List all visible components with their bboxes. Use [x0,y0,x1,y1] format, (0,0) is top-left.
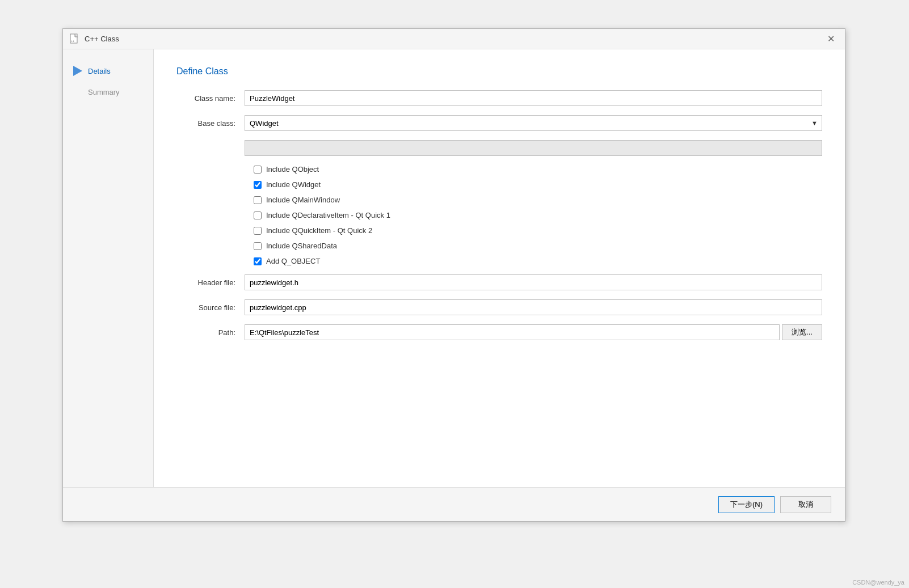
sidebar: Details Summary [63,49,154,487]
include-qdeclarativeitem-checkbox[interactable] [254,211,262,219]
sidebar-details-label: Details [88,67,111,75]
close-button[interactable]: ✕ [824,33,838,45]
sidebar-item-details[interactable]: Details [63,61,153,81]
main-content: Define Class Class name: Base class: QWi… [154,49,845,487]
watermark: CSDN@wendy_ya [852,579,904,586]
include-qobject-label[interactable]: Include QObject [266,165,319,174]
dialog-body: Details Summary Define Class Class name:… [63,49,845,487]
browse-button[interactable]: 浏览... [782,324,822,340]
checkbox-include-qdeclarativeitem: Include QDeclarativeItem - Qt Quick 1 [254,211,822,219]
include-qmainwindow-label[interactable]: Include QMainWindow [266,196,340,204]
checkbox-add-qobject: Add Q_OBJECT [254,257,822,265]
sidebar-item-summary[interactable]: Summary [63,83,153,101]
base-class-label: Base class: [176,119,245,128]
title-bar-left: ++ C++ Class [70,33,119,45]
include-qwidget-checkbox[interactable] [254,181,262,189]
gray-bar-row [176,140,822,156]
gray-bar [245,140,822,156]
checkbox-include-qobject: Include QObject [254,165,822,174]
class-name-input[interactable] [245,90,822,106]
next-button[interactable]: 下一步(N) [718,496,775,513]
checkboxes-section: Include QObject Include QWidget Include … [254,165,822,265]
include-qquickitem-label[interactable]: Include QQuickItem - Qt Quick 2 [266,226,372,235]
checkbox-include-qquickitem: Include QQuickItem - Qt Quick 2 [254,226,822,235]
dialog-title: C++ Class [85,35,119,43]
arrow-right-icon [72,65,83,77]
source-file-row: Source file: [176,299,822,315]
checkbox-include-qmainwindow: Include QMainWindow [254,196,822,204]
path-input[interactable] [245,324,780,340]
include-qshareddata-checkbox[interactable] [254,242,262,250]
source-file-input[interactable] [245,299,822,315]
svg-text:++: ++ [71,39,74,43]
path-label: Path: [176,328,245,337]
add-qobject-label[interactable]: Add Q_OBJECT [266,257,320,265]
include-qobject-checkbox[interactable] [254,166,262,174]
sidebar-summary-label: Summary [88,88,120,96]
add-qobject-checkbox[interactable] [254,257,262,265]
dialog-footer: 下一步(N) 取消 [63,487,845,521]
include-qshareddata-label[interactable]: Include QSharedData [266,242,337,250]
include-qwidget-label[interactable]: Include QWidget [266,180,321,189]
title-bar: ++ C++ Class ✕ [63,29,845,49]
main-dialog: ++ C++ Class ✕ Details Summary Define Cl… [62,28,845,522]
base-class-select-wrapper: QWidget QObject QMainWindow ▼ [245,115,822,131]
source-file-label: Source file: [176,303,245,312]
section-title: Define Class [176,66,822,77]
base-class-select[interactable]: QWidget QObject QMainWindow [245,115,822,131]
header-file-label: Header file: [176,278,245,287]
include-qquickitem-checkbox[interactable] [254,227,262,235]
header-file-input[interactable] [245,274,822,290]
checkbox-include-qwidget: Include QWidget [254,180,822,189]
checkbox-include-qshareddata: Include QSharedData [254,242,822,250]
cancel-button[interactable]: 取消 [780,496,831,513]
base-class-row: Base class: QWidget QObject QMainWindow … [176,115,822,131]
include-qdeclarativeitem-label[interactable]: Include QDeclarativeItem - Qt Quick 1 [266,211,390,219]
path-row: Path: 浏览... [176,324,822,340]
path-input-group: 浏览... [245,324,822,340]
class-name-row: Class name: [176,90,822,106]
include-qmainwindow-checkbox[interactable] [254,196,262,204]
header-file-row: Header file: [176,274,822,290]
class-name-label: Class name: [176,94,245,103]
cpp-class-icon: ++ [70,33,81,45]
